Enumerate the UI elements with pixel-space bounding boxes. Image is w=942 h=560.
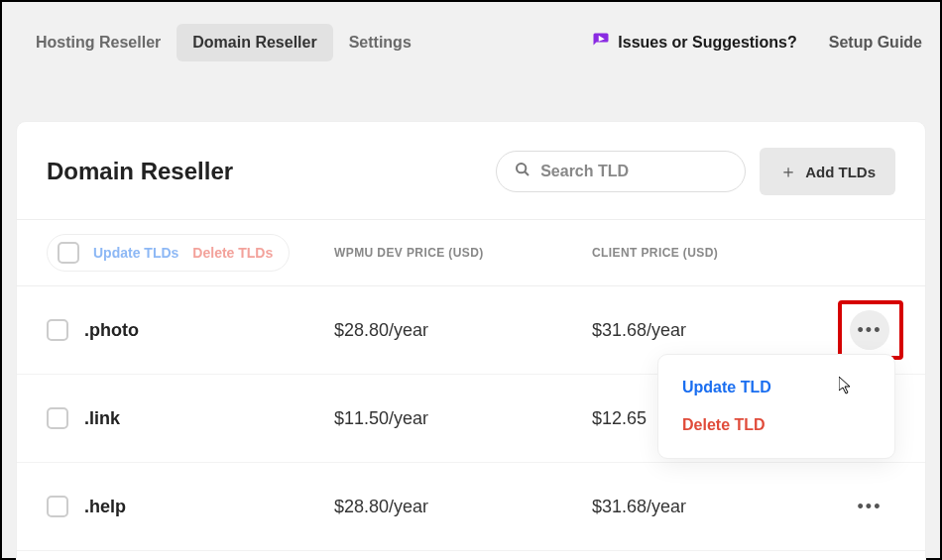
tab-domain-reseller[interactable]: Domain Reseller [177,24,332,61]
menu-update-tld[interactable]: Update TLD [658,369,894,406]
dev-price: $11.50/year [334,408,428,428]
table-row: .photo $28.80/year $31.68/year ••• Updat… [17,286,925,375]
row-actions-button[interactable]: ••• [850,487,889,526]
table-row: .help $28.80/year $31.68/year ••• [17,463,925,551]
client-price: $31.68/year [592,497,686,516]
bulk-delete-button[interactable]: Delete TLDs [192,245,273,261]
ellipsis-icon: ••• [858,320,883,341]
select-all-checkbox[interactable] [58,242,79,264]
svg-point-0 [517,164,526,172]
tld-name: .link [84,408,120,429]
add-tlds-button[interactable]: ＋ Add TLDs [760,148,895,195]
setup-guide-link[interactable]: Setup Guide [829,34,922,52]
table-header: Update TLDs Delete TLDs WPMU DEV PRICE (… [17,219,925,286]
dev-price: $28.80/year [334,497,428,516]
client-price: $31.68/year [592,320,686,340]
domain-reseller-card: Domain Reseller ＋ Add TLDs Update TLDs D… [16,121,926,560]
svg-line-1 [525,171,529,175]
menu-delete-tld[interactable]: Delete TLD [658,406,894,444]
dev-price: $28.80/year [334,320,428,340]
bulk-update-button[interactable]: Update TLDs [93,245,178,261]
tld-name: .help [84,497,126,517]
tld-name: .photo [84,320,139,341]
row-checkbox[interactable] [47,319,68,341]
row-checkbox[interactable] [47,496,68,517]
search-icon [515,162,530,181]
page-title: Domain Reseller [47,158,482,185]
row-checkbox[interactable] [47,407,68,429]
ellipsis-icon: ••• [858,497,883,517]
client-price: $12.65 [592,408,647,428]
row-actions-menu: Update TLD Delete TLD [657,354,895,459]
plus-icon: ＋ [779,160,797,183]
search-input[interactable] [540,163,727,180]
column-dev-price: WPMU DEV PRICE (USD) [334,246,592,260]
bulk-actions: Update TLDs Delete TLDs [47,234,290,272]
tab-hosting-reseller[interactable]: Hosting Reseller [20,24,177,61]
row-actions-button[interactable]: ••• [850,310,889,350]
search-tld-field[interactable] [496,151,746,192]
tab-settings[interactable]: Settings [333,24,427,61]
issues-label: Issues or Suggestions? [618,34,796,52]
feedback-icon [592,32,610,55]
issues-link[interactable]: Issues or Suggestions? [592,32,796,55]
top-nav: Hosting Reseller Domain Reseller Setting… [2,2,940,121]
add-tlds-label: Add TLDs [805,164,876,180]
table-row: .video $34.50/year $37.95/year ••• [17,551,925,560]
column-client-price: CLIENT PRICE (USD) [592,246,840,260]
